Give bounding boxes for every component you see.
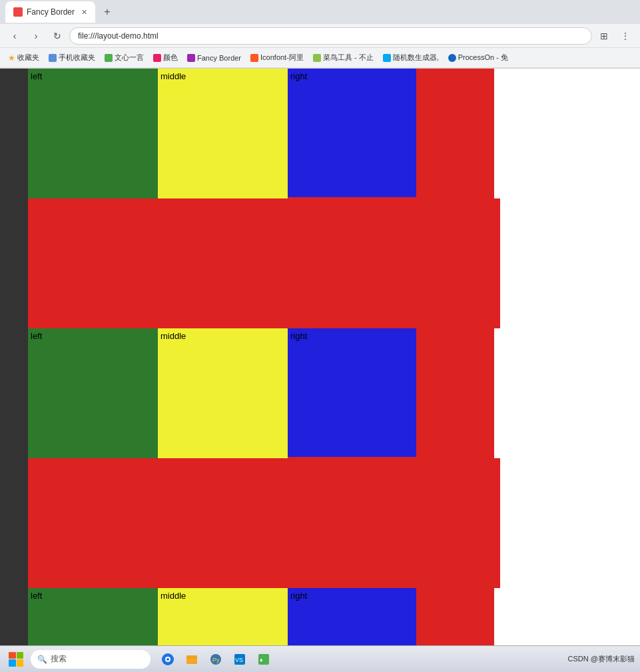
tab-favicon xyxy=(13,7,23,17)
bookmark-label-7: 随机数生成器, xyxy=(393,53,439,63)
app-icon: ♦ xyxy=(257,653,270,666)
bookmark-3[interactable]: 颜色 xyxy=(149,51,182,64)
bookmark-icon-1 xyxy=(49,54,57,62)
left-label-1: left xyxy=(31,71,42,81)
right-label-1: right xyxy=(290,71,307,81)
bookmark-label-1: 手机收藏夹 xyxy=(59,53,95,63)
taskbar-app-files[interactable] xyxy=(181,649,202,670)
bookmark-6[interactable]: 菜鸟工具 - 不止 xyxy=(309,51,378,64)
bookmark-1[interactable]: 手机收藏夹 xyxy=(45,51,99,64)
right-label-3: right xyxy=(290,591,307,601)
bookmark-8[interactable]: ProcessOn - 免 xyxy=(444,51,512,64)
svg-point-2 xyxy=(166,658,169,661)
col-middle-2: middle xyxy=(158,328,288,458)
tab-close-icon[interactable]: ✕ xyxy=(81,8,87,17)
bookmark-icon-4 xyxy=(187,54,195,62)
demo-row-2: left middle right xyxy=(28,328,494,458)
red-fill-2 xyxy=(416,328,494,458)
layout-section-1: left middle right xyxy=(28,69,500,328)
svg-text:♦: ♦ xyxy=(260,657,263,663)
windows-logo xyxy=(9,652,23,667)
red-block-2 xyxy=(28,458,500,588)
col-left-1: left xyxy=(28,69,158,198)
win-logo-q1 xyxy=(9,652,16,659)
win-logo-q3 xyxy=(9,659,16,667)
bookmark-4[interactable]: Fancy Border xyxy=(183,53,245,63)
search-box[interactable]: 🔍 搜索 xyxy=(31,650,151,669)
col-left-2: left xyxy=(28,328,158,458)
red-block-1 xyxy=(28,198,500,328)
bookmark-icon-6 xyxy=(313,54,321,62)
bookmark-label-6: 菜鸟工具 - 不止 xyxy=(323,53,374,63)
new-tab-button[interactable]: + xyxy=(98,3,117,21)
col-right-3: right xyxy=(288,588,416,646)
files-icon xyxy=(185,653,198,666)
bookmark-label-0: 收藏夹 xyxy=(17,53,39,63)
vscode-icon: VS xyxy=(233,653,246,666)
right-label-2: right xyxy=(290,331,307,341)
col-left-3: left xyxy=(28,588,158,646)
bookmarks-bar: ★ 收藏夹 手机收藏夹 文心一言 颜色 Fancy Border Iconfon… xyxy=(0,48,640,68)
tab-title: Fancy Border xyxy=(27,7,75,17)
sidebar xyxy=(0,69,28,646)
tab-bar: Fancy Border ✕ + xyxy=(0,0,640,24)
bookmark-2[interactable]: 文心一言 xyxy=(101,51,148,64)
layout-section-2: left middle right xyxy=(28,328,500,588)
win-logo-q2 xyxy=(17,652,24,659)
svg-text:Py: Py xyxy=(212,657,220,663)
start-button[interactable] xyxy=(5,649,27,670)
right-panel xyxy=(500,69,640,646)
taskbar-app-extra[interactable]: ♦ xyxy=(253,649,274,670)
red-fill-1 xyxy=(416,69,494,198)
toolbar: ‹ › ↻ file:///layout-demo.html ⊞ ⋮ xyxy=(0,24,640,48)
browser-chrome: Fancy Border ✕ + ‹ › ↻ file:///layout-de… xyxy=(0,0,640,69)
python-icon: Py xyxy=(209,653,222,666)
demo-row-3: left middle right xyxy=(28,588,494,646)
left-label-2: left xyxy=(31,331,42,341)
layout-section-3: left middle right xyxy=(28,588,500,646)
search-icon: 🔍 xyxy=(37,655,47,664)
svg-text:VS: VS xyxy=(235,657,243,663)
middle-label-3: middle xyxy=(160,591,186,601)
main-area: left middle right left mid xyxy=(0,69,640,646)
bookmark-7[interactable]: 随机数生成器, xyxy=(379,51,443,64)
taskbar-brand: CSDN @赛博末影猫 xyxy=(568,654,635,664)
col-right-1: right xyxy=(288,69,416,197)
bookmark-icon-8 xyxy=(448,54,456,62)
extensions-button[interactable]: ⊞ xyxy=(595,27,613,45)
win-logo-q4 xyxy=(17,659,24,667)
left-label-3: left xyxy=(31,591,42,601)
taskbar-app-vscode[interactable]: VS xyxy=(229,649,250,670)
bookmark-label-2: 文心一言 xyxy=(115,53,144,63)
address-text: file:///layout-demo.html xyxy=(78,31,159,41)
bookmark-5[interactable]: Iconfont-阿里 xyxy=(246,51,308,64)
bookmark-star[interactable]: ★ 收藏夹 xyxy=(4,51,43,64)
bookmark-label-4: Fancy Border xyxy=(197,54,241,62)
back-button[interactable]: ‹ xyxy=(5,27,24,45)
taskbar-app-browser[interactable] xyxy=(157,649,178,670)
menu-button[interactable]: ⋮ xyxy=(616,27,635,45)
taskbar-apps: Py VS ♦ xyxy=(157,649,274,670)
search-label: 搜索 xyxy=(51,653,67,665)
middle-label-2: middle xyxy=(160,331,186,341)
taskbar: 🔍 搜索 Py VS xyxy=(0,645,640,672)
address-bar[interactable]: file:///layout-demo.html xyxy=(69,27,592,45)
red-fill-3 xyxy=(416,588,494,646)
active-tab[interactable]: Fancy Border ✕ xyxy=(5,1,95,23)
svg-rect-3 xyxy=(186,655,197,664)
forward-button[interactable]: › xyxy=(27,27,45,45)
refresh-button[interactable]: ↻ xyxy=(48,27,67,45)
page-content: left middle right left mid xyxy=(28,69,500,646)
col-middle-3: middle xyxy=(158,588,288,646)
bookmark-label-5: Iconfont-阿里 xyxy=(260,53,304,63)
bookmark-icon-7 xyxy=(383,54,391,62)
bookmark-icon-3 xyxy=(153,54,161,62)
col-right-2: right xyxy=(288,328,416,457)
bookmark-label-3: 颜色 xyxy=(163,53,178,63)
col-middle-1: middle xyxy=(158,69,288,198)
taskbar-app-python[interactable]: Py xyxy=(205,649,226,670)
middle-label-1: middle xyxy=(160,71,186,81)
star-icon: ★ xyxy=(8,53,15,63)
browser-icon xyxy=(161,653,174,666)
bookmark-label-8: ProcessOn - 免 xyxy=(458,53,508,63)
